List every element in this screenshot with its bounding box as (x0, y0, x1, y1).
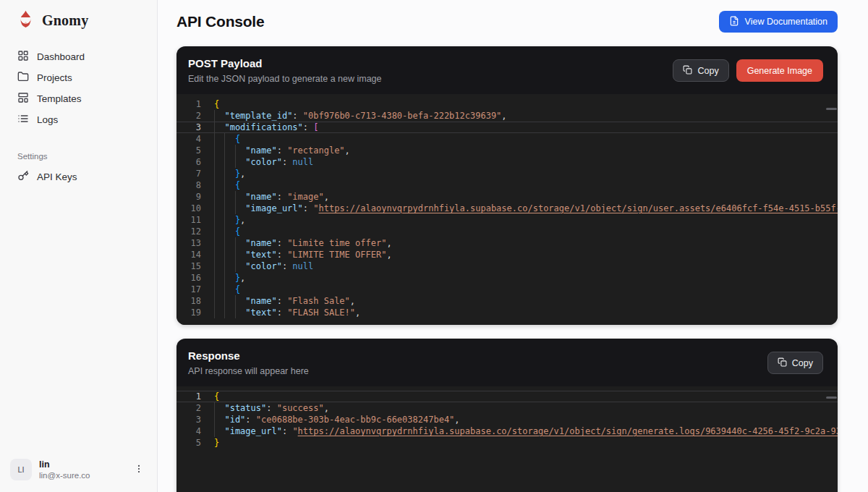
code-line[interactable]: 3"modifications": [ (176, 122, 838, 133)
line-number: 8 (176, 179, 214, 191)
line-content: { (214, 98, 838, 110)
code-line[interactable]: 9"name": "image", (176, 191, 838, 203)
user-account[interactable]: LI lin lin@x-sure.co (0, 450, 157, 492)
code-line[interactable]: 12{ (176, 226, 838, 237)
code-line[interactable]: 4{ (176, 133, 838, 145)
line-number: 7 (176, 168, 214, 179)
code-token-p: , (324, 192, 329, 202)
sidebar-item-api-keys[interactable]: API Keys (9, 166, 148, 187)
list-icon (17, 113, 29, 127)
code-line[interactable]: 15"color": null (176, 260, 838, 272)
code-token-b3: { (235, 180, 240, 190)
indent-guide (214, 203, 224, 214)
code-token-str: "image" (287, 192, 324, 202)
code-token-key: "template_id" (224, 111, 292, 121)
code-line[interactable]: 5"name": "rectangle", (176, 145, 838, 156)
code-line[interactable]: 10"image_url": "https://alaoynvqrpydrnhf… (176, 203, 838, 214)
view-documentation-button[interactable]: View Documentation (719, 11, 838, 33)
sidebar-item-logs[interactable]: Logs (9, 109, 148, 130)
indent-guide (235, 203, 245, 214)
key-icon (17, 170, 29, 184)
copy-payload-label: Copy (697, 66, 718, 76)
line-number: 4 (176, 133, 214, 145)
generate-image-button[interactable]: Generate Image (736, 59, 823, 82)
logo: Gnomy (0, 0, 157, 42)
sidebar-item-projects[interactable]: Projects (9, 67, 148, 88)
code-token-p: : (277, 145, 287, 156)
code-line[interactable]: 5} (176, 437, 838, 449)
sidebar-settings-nav: API Keys (0, 166, 157, 187)
kebab-menu-icon (134, 464, 144, 476)
code-line[interactable]: 7}, (176, 168, 838, 179)
response-code-editor[interactable]: 1{2"status": "success",3"id": "ce0688be-… (176, 386, 838, 492)
response-panel: Response API response will appear here C… (176, 339, 838, 492)
indent-guide (224, 272, 234, 284)
code-token-p: : (277, 250, 287, 260)
indent-guide (214, 425, 224, 437)
code-token-p: , (240, 215, 245, 225)
folder-icon (17, 71, 29, 85)
editor-scrollbar-thumb[interactable] (826, 108, 837, 110)
line-content: "name": "rectangle", (214, 145, 838, 156)
line-number: 15 (176, 260, 214, 272)
line-number: 2 (176, 110, 214, 122)
code-line[interactable]: 8{ (176, 179, 838, 191)
line-content: "id": "ce0688be-303b-4eac-bb9c-66e038247… (214, 414, 838, 425)
sidebar-item-label: API Keys (37, 171, 77, 182)
user-menu-button[interactable] (131, 460, 147, 479)
code-token-p: , (454, 415, 459, 425)
line-number: 11 (176, 214, 214, 226)
code-token-str: "0bf976b0-c713-4380-befa-222b12c39639" (303, 111, 502, 121)
code-line[interactable]: 19"text": "FLASH SALE!", (176, 307, 838, 318)
code-token-b1: } (214, 438, 219, 448)
code-line[interactable]: 11}, (176, 214, 838, 226)
indent-guide (224, 179, 234, 191)
code-token-key: "image_url" (245, 203, 302, 213)
indent-guide (224, 237, 234, 249)
code-line[interactable]: 14"text": "LIMITE TIME OFFER", (176, 249, 838, 260)
sidebar-item-dashboard[interactable]: Dashboard (9, 46, 148, 67)
line-number: 1 (176, 391, 214, 402)
code-line[interactable]: 2"template_id": "0bf976b0-c713-4380-befa… (176, 110, 838, 122)
code-token-str: "Flash Sale" (287, 296, 350, 306)
copy-payload-button[interactable]: Copy (673, 59, 728, 82)
indent-guide (235, 145, 245, 156)
indent-guide (224, 156, 234, 168)
code-line[interactable]: 2"status": "success", (176, 402, 838, 414)
code-line[interactable]: 1{ (176, 391, 838, 402)
copy-response-button[interactable]: Copy (767, 352, 823, 374)
indent-guide (214, 249, 224, 260)
code-line[interactable]: 3"id": "ce0688be-303b-4eac-bb9c-66e03824… (176, 414, 838, 425)
code-line[interactable]: 4"image_url": "https://alaoynvqrpydrnhfi… (176, 425, 838, 437)
code-token-p: : (303, 122, 313, 132)
code-line[interactable]: 17{ (176, 284, 838, 295)
code-line[interactable]: 18"name": "Flash Sale", (176, 295, 838, 307)
indent-guide (224, 249, 234, 260)
code-line[interactable]: 6"color": null (176, 156, 838, 168)
sidebar-item-label: Logs (37, 114, 58, 125)
code-token-p: : (282, 261, 292, 271)
indent-guide (235, 295, 245, 307)
indent-guide (235, 191, 245, 203)
payload-code-editor[interactable]: 1{2"template_id": "0bf976b0-c713-4380-be… (176, 94, 838, 325)
line-content: "template_id": "0bf976b0-c713-4380-befa-… (214, 110, 838, 122)
code-token-b2: [ (313, 122, 318, 132)
line-content: { (214, 226, 838, 237)
code-line[interactable]: 16}, (176, 272, 838, 284)
sidebar-item-templates[interactable]: Templates (9, 88, 148, 109)
main-content: API Console View Documentation POST Payl… (158, 0, 868, 492)
code-token-str: "ce0688be-303b-4eac-bb9c-66e038247be4" (256, 415, 455, 425)
line-content: "text": "LIMITE TIME OFFER", (214, 249, 838, 260)
app-name: Gnomy (42, 12, 88, 29)
settings-section-label: Settings (0, 130, 157, 166)
view-documentation-label: View Documentation (745, 17, 827, 27)
code-line[interactable]: 13"name": "Limite time offer", (176, 237, 838, 249)
copy-response-label: Copy (792, 358, 813, 368)
line-content: "color": null (214, 156, 838, 168)
code-token-b1: { (214, 99, 219, 109)
indent-guide (224, 226, 234, 237)
post-payload-title: POST Payload (188, 56, 382, 71)
line-number: 16 (176, 272, 214, 284)
editor-scrollbar-thumb[interactable] (826, 396, 837, 399)
code-line[interactable]: 1{ (176, 98, 838, 110)
